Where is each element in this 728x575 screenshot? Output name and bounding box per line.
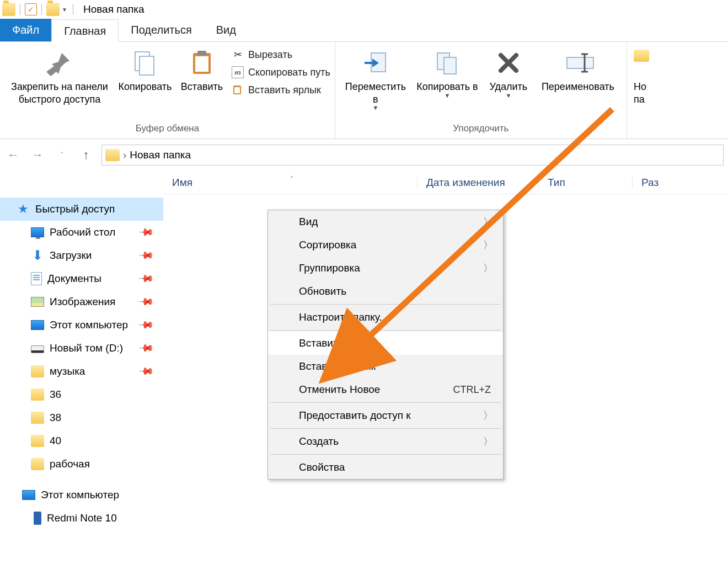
qat-properties-icon[interactable]: ✓ <box>25 3 37 15</box>
cm-group[interactable]: Группировка 〉 <box>268 257 503 280</box>
chevron-right-icon: 〉 <box>483 262 493 275</box>
chevron-down-icon: ▼ <box>444 92 450 100</box>
tab-share[interactable]: Поделиться <box>119 19 204 41</box>
chevron-right-icon: 〉 <box>483 409 493 422</box>
column-name-label: Имя <box>172 177 192 188</box>
main-area: ★ Быстрый доступ Рабочий стол📌⬇Загрузки📌… <box>0 194 728 530</box>
tab-home[interactable]: Главная <box>51 19 119 42</box>
context-menu: Вид 〉 Сортировка 〉 Группировка 〉 Обновит… <box>267 210 504 480</box>
svg-rect-1 <box>140 56 154 75</box>
sidebar-item[interactable]: рабочая <box>0 452 163 476</box>
pin-icon: 📌 <box>137 316 154 333</box>
sidebar-item[interactable]: Этот компьютер📌 <box>0 313 163 337</box>
new-folder-button-partial[interactable]: Но па <box>631 45 654 108</box>
monitor-icon <box>31 227 44 237</box>
breadcrumb-item[interactable]: Новая папка <box>130 149 191 161</box>
sidebar-item[interactable]: Рабочий стол📌 <box>0 221 163 244</box>
sidebar-item[interactable]: 36 <box>0 383 163 406</box>
svg-rect-9 <box>444 57 456 74</box>
chevron-right-icon: 〉 <box>483 238 493 252</box>
cut-label: Вырезать <box>248 49 292 61</box>
sidebar-this-pc[interactable]: Этот компьютер <box>0 483 163 507</box>
sidebar-item[interactable]: Изображения📌 <box>0 290 163 313</box>
up-button[interactable]: ↑ <box>77 146 95 164</box>
sidebar-item[interactable]: Документы📌 <box>0 267 163 290</box>
paste-shortcut-button[interactable]: Вставить ярлык <box>232 84 330 96</box>
column-date[interactable]: Дата изменения <box>417 177 538 189</box>
computer-icon <box>31 320 44 330</box>
cm-view[interactable]: Вид 〉 <box>268 210 503 233</box>
sidebar-this-pc-label: Этот компьютер <box>41 489 119 501</box>
sidebar-quick-access[interactable]: ★ Быстрый доступ <box>0 198 163 221</box>
cm-paste-shortcut[interactable]: Вставить ярлык <box>268 355 503 378</box>
sidebar-phone[interactable]: Redmi Note 10 <box>0 507 163 530</box>
sidebar-item-label: Документы <box>47 273 101 285</box>
sidebar-item[interactable]: 40 <box>0 429 163 452</box>
group-label-organize: Упорядочить <box>453 123 508 136</box>
sidebar-item[interactable]: Новый том (D:)📌 <box>0 337 163 360</box>
paste-label: Вставить <box>181 81 223 93</box>
copy-button[interactable]: Копировать <box>115 45 175 95</box>
copy-path-button[interactable]: из Скопировать путь <box>232 66 330 78</box>
copy-label: Копировать <box>119 81 172 93</box>
new-folder-label-partial: Но па <box>634 81 646 105</box>
paste-button[interactable]: Вставить <box>175 45 228 95</box>
history-dropdown[interactable]: ˅ <box>53 146 71 164</box>
qat-dropdown-icon[interactable]: ▼ <box>62 7 67 13</box>
cm-undo-shortcut: CTRL+Z <box>453 384 491 396</box>
column-size[interactable]: Раз <box>632 177 667 189</box>
qat-separator <box>20 4 20 15</box>
sidebar-phone-label: Redmi Note 10 <box>47 512 117 524</box>
doc-icon <box>31 272 42 285</box>
svg-rect-4 <box>197 51 206 55</box>
chevron-down-icon: ▼ <box>505 92 511 100</box>
cm-undo[interactable]: Отменить Новое CTRL+Z <box>268 378 503 401</box>
cm-give-access[interactable]: Предоставить доступ к 〉 <box>268 404 503 427</box>
down-icon: ⬇ <box>31 249 44 262</box>
copy-to-icon <box>434 50 461 76</box>
cm-create[interactable]: Создать 〉 <box>268 430 503 453</box>
paste-shortcut-icon <box>232 84 244 96</box>
pin-icon <box>46 50 73 76</box>
forward-button[interactable]: → <box>29 146 46 164</box>
back-button[interactable]: ← <box>4 146 22 164</box>
column-type[interactable]: Тип <box>538 177 632 189</box>
column-headers: Имя ˄ Дата изменения Тип Раз <box>163 171 728 194</box>
img-icon <box>31 297 44 307</box>
tab-strip: Файл Главная Поделиться Вид <box>0 19 728 42</box>
column-name[interactable]: Имя ˄ <box>163 177 417 189</box>
move-to-label: Переместить в <box>342 81 409 105</box>
ribbon-group-new-partial: Но па <box>627 42 658 139</box>
address-bar[interactable]: › Новая папка <box>101 145 724 166</box>
cm-paste[interactable]: Вставить <box>268 332 503 355</box>
sidebar-item[interactable]: музыка📌 <box>0 360 163 383</box>
cm-sort[interactable]: Сортировка 〉 <box>268 233 503 257</box>
chevron-down-icon: ▼ <box>372 104 378 112</box>
rename-button[interactable]: Переименовать <box>534 45 622 95</box>
disk-icon <box>31 345 44 353</box>
sidebar-item[interactable]: 38 <box>0 406 163 429</box>
cm-view-label: Вид <box>299 216 318 228</box>
cm-separator <box>270 454 501 455</box>
breadcrumb-chevron-icon[interactable]: › <box>123 149 126 161</box>
cm-refresh[interactable]: Обновить <box>268 280 503 303</box>
pin-icon: 📌 <box>137 247 154 264</box>
nav-row: ← → ˅ ↑ › Новая папка <box>0 139 728 171</box>
ribbon: Закрепить на панели быстрого доступа Коп… <box>0 42 728 139</box>
cm-properties[interactable]: Свойства <box>268 456 503 479</box>
ribbon-group-organize: Переместить в ▼ Копировать в ▼ Удалить ▼ <box>335 42 627 139</box>
pin-to-quick-access-button[interactable]: Закрепить на панели быстрого доступа <box>4 45 115 108</box>
move-to-button[interactable]: Переместить в ▼ <box>340 45 411 114</box>
folder-icon <box>31 365 44 377</box>
copy-to-button[interactable]: Копировать в ▼ <box>411 45 483 102</box>
qat-separator <box>41 4 42 15</box>
cm-separator <box>270 428 501 429</box>
tab-view[interactable]: Вид <box>204 19 248 41</box>
cm-customize[interactable]: Настроить папку... <box>268 306 503 329</box>
delete-button[interactable]: Удалить ▼ <box>483 45 534 102</box>
tab-file[interactable]: Файл <box>0 19 51 41</box>
copy-path-icon: из <box>232 66 244 78</box>
cm-separator <box>270 330 501 331</box>
sidebar-item[interactable]: ⬇Загрузки📌 <box>0 244 163 267</box>
cut-button[interactable]: ✂ Вырезать <box>232 49 330 61</box>
